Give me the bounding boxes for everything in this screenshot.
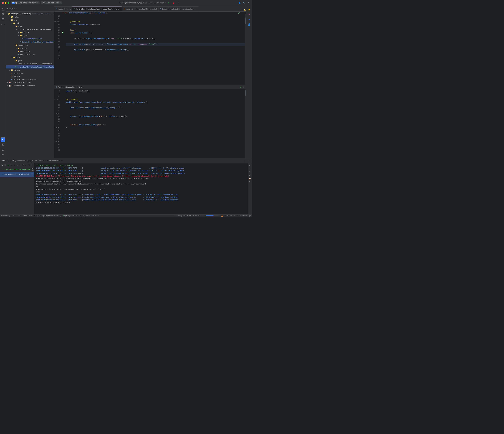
tree-item-yml[interactable]: 🔧 application.yml <box>6 53 54 56</box>
tree-item-test[interactable]: ▾ 📁 test <box>6 56 54 59</box>
tree-item-entity[interactable]: ▶ 📁 entity <box>6 31 54 34</box>
status-line-col[interactable]: 20:60 <box>224 215 229 217</box>
vscroll-thumb-1[interactable] <box>245 18 246 24</box>
vscroll-1[interactable] <box>245 14 246 85</box>
tree-item-package-main[interactable]: ▾ ▪ com.example.springbootdatastudy <box>6 28 54 31</box>
status-encoding[interactable]: UTF-8 <box>234 215 239 217</box>
run-toolbar-clock[interactable]: ⏱ <box>22 164 24 166</box>
sidebar-icon-grid[interactable] <box>1 17 5 22</box>
run-toolbar-rerun[interactable]: ↺ <box>1 164 4 166</box>
pane2-more-icon[interactable]: ⋮ <box>242 86 245 88</box>
run-button[interactable]: ▶ <box>167 1 171 5</box>
tree-item-static[interactable]: ▶ 📁 static <box>6 47 54 50</box>
run-sidebar-action2[interactable]: ↺ <box>249 174 251 177</box>
status-lf[interactable]: LF <box>230 215 232 217</box>
close-button[interactable] <box>2 2 4 4</box>
tree-item-gitignore[interactable]: ⊙ .gitignore <box>6 72 54 75</box>
right-icon-settings[interactable]: m <box>247 12 251 17</box>
run-toolbar-config[interactable]: ⚙ <box>28 164 30 166</box>
run-toolbar-export[interactable]: ↗ <box>25 164 27 166</box>
tree-item-target[interactable]: ▶ 📁 target <box>6 68 54 72</box>
tree-item-iml[interactable]: ◆ SpringBootDataStudy.iml <box>6 78 54 81</box>
run-panel: ↺ ⬛ ▶ ≡ ✓ ✕ ⋯ ⏱ ↗ ⚙ ⋮ ✓ ✓ SpringBootData… <box>0 163 252 214</box>
tab-close-icon[interactable]: ✕ <box>120 8 121 10</box>
version-control-button[interactable]: Version control ▾ <box>41 1 62 4</box>
sidebar-icon-folder[interactable] <box>1 7 5 12</box>
more-run-options[interactable]: ⋮ <box>176 1 180 5</box>
run-test-item[interactable]: ✓ SpringBootDataStudyApplic 353 ms <box>0 172 34 177</box>
tab-notifications-icon[interactable]: 🔔 <box>243 9 246 11</box>
tree-item-scratches[interactable]: ▶ 📋 Scratches and Consoles <box>6 84 54 87</box>
tree-item-package-test[interactable]: ▾ ▪ com.example.springbootdatastudy <box>6 62 54 65</box>
project-selector[interactable]: SB SpringBootDataStudy ▾ <box>11 1 40 4</box>
tree-item-templates[interactable]: 📁 templates <box>6 50 54 53</box>
right-icon-person[interactable]: 👤 <box>247 22 251 27</box>
sidebar-icon-settings2[interactable]: ⚙ <box>1 153 5 157</box>
project-dropdown[interactable]: ▾ <box>16 8 17 10</box>
tab-account[interactable]: J Account.java <box>54 6 72 11</box>
tab-applic[interactable]: C SpringBootDataStudyApplicatio... <box>159 6 198 11</box>
tree-arrow: ▾ <box>11 57 13 58</box>
run-toolbar-more2[interactable]: ⋯ <box>19 164 21 166</box>
sidebar-icon-error[interactable] <box>1 147 5 152</box>
tree-item-accountrepo[interactable]: I AccountRepository <box>6 37 54 40</box>
project-tree[interactable]: ▾ 📁 SpringBootDataStudy ~/Desktop/CS/Jav… <box>6 12 54 158</box>
tree-item-ext-libs[interactable]: ▶ 📚 External Libraries <box>6 81 54 84</box>
tree-item-repo[interactable]: ▾ 📁 repo <box>6 34 54 37</box>
profile-button[interactable]: 👤 <box>238 1 241 5</box>
bottom-action-minimize[interactable]: — <box>247 159 251 163</box>
code-content-2[interactable]: import java.util.List; @Repository publi… <box>64 89 245 158</box>
debug-button[interactable]: 🐞 <box>172 1 175 5</box>
sidebar-icon-terminal[interactable] <box>1 142 5 147</box>
run-toolbar-check[interactable]: ✓ <box>13 164 15 166</box>
settings-button[interactable]: ⚙ <box>246 1 250 5</box>
svg-point-15 <box>249 215 250 216</box>
code-content-1[interactable]: @Resource AccountRepository repository; … <box>64 14 245 85</box>
run-toolbar-x[interactable]: ✕ <box>16 164 18 166</box>
vscroll-thumb-2[interactable] <box>245 90 246 96</box>
minimize-button[interactable] <box>5 2 7 4</box>
right-icon-notifications[interactable]: 🔔 <box>247 7 251 12</box>
search-button[interactable]: 🔍 <box>242 1 246 5</box>
tab-apptests[interactable]: T SpringBootDataStudyApplicationTests.ja… <box>72 6 122 11</box>
status-indent[interactable]: 4 spaces <box>240 215 248 217</box>
tree-item-java-test[interactable]: ▾ 📁 java <box>6 59 54 62</box>
bottom-tab-run[interactable]: Run <box>1 159 6 162</box>
sidebar-icon-more[interactable]: ··· <box>1 22 5 27</box>
run-toolbar-play[interactable]: ▶ <box>7 164 9 166</box>
sidebar-icon-git[interactable] <box>1 12 5 17</box>
code-line <box>66 26 245 29</box>
tab-pom[interactable]: M pom.xml (SpringBootDataStudy) <box>122 6 159 11</box>
run-tab-close-icon[interactable]: ✕ <box>61 160 63 162</box>
tree-item-main[interactable]: ▾ 📁 main <box>6 22 54 25</box>
run-gutter-icon[interactable] <box>62 32 64 34</box>
tree-item-app-tests[interactable]: T SpringBootDataStudyApplicationTests <box>6 65 54 68</box>
tree-item-app[interactable]: C SpringBootDataStudyApplication <box>6 40 54 44</box>
run-toolbar-stop[interactable]: ⬛ <box>4 164 7 166</box>
status-breadcrumb[interactable]: DataStudy › src › test › java › com › ex… <box>1 215 99 217</box>
status-git-icon[interactable] <box>249 215 251 217</box>
tree-item-pom[interactable]: M pom.xml <box>6 75 54 78</box>
bottom-action-more[interactable]: ⋮ <box>243 159 247 163</box>
run-scroll-up[interactable]: ▲ <box>249 164 251 167</box>
tree-item-src[interactable]: ▾ 📁 src <box>6 18 54 22</box>
run-toolbar-more3[interactable]: ⋮ <box>31 164 33 166</box>
sidebar-icon-run-active[interactable]: ▶ <box>1 137 5 142</box>
tab-overflow[interactable]: ▾ <box>240 9 243 11</box>
run-sidebar-action4[interactable]: 🗑 <box>249 180 251 183</box>
maximize-button[interactable] <box>8 2 9 4</box>
tree-item-root[interactable]: ▾ 📁 SpringBootDataStudy ~/Desktop/CS/Jav… <box>6 12 54 15</box>
status-warnings[interactable] <box>221 215 223 217</box>
run-scroll-down[interactable]: ▼ <box>249 167 251 170</box>
tree-item-java-main[interactable]: ▾ 📁 java <box>6 25 54 28</box>
right-icon-circle[interactable]: ● <box>247 17 251 22</box>
pane2-tab-close[interactable]: ✕ <box>83 86 83 88</box>
run-sidebar-action3[interactable]: 📋 <box>249 177 251 180</box>
status-build-close[interactable]: ✕ <box>219 215 220 217</box>
tree-item-idea[interactable]: ▶ 📁 .idea <box>6 15 54 18</box>
run-sidebar-action1[interactable]: ≡ <box>249 170 251 173</box>
run-toolbar-filter[interactable]: ≡ <box>10 164 12 166</box>
tree-item-resources[interactable]: ▾ 📁 resources <box>6 44 54 47</box>
vscroll-2[interactable] <box>245 89 246 158</box>
run-output[interactable]: ✓ Tests passed: 1 of 1 test – 353 ms 202… <box>34 163 248 214</box>
